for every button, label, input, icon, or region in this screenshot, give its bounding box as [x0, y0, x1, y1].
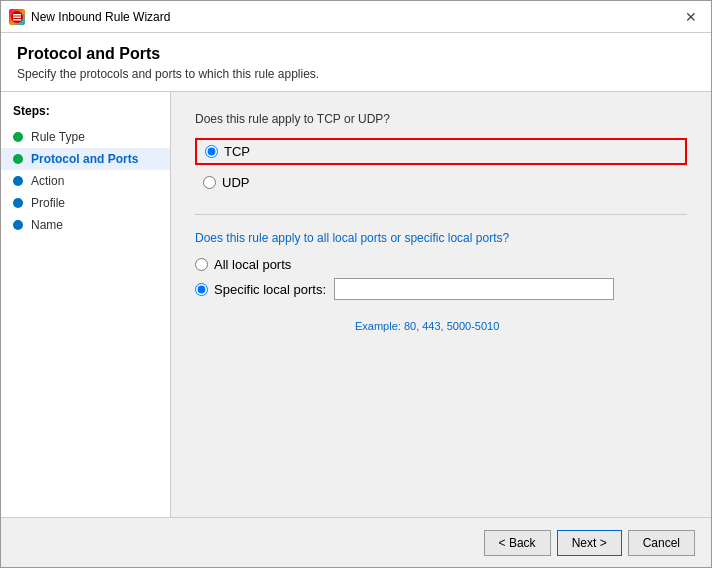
window-icon [9, 9, 25, 25]
sidebar-item-name[interactable]: Name [1, 214, 170, 236]
page-subtitle: Specify the protocols and ports to which… [17, 67, 695, 81]
sidebar-label-profile: Profile [31, 196, 65, 210]
main-panel: Does this rule apply to TCP or UDP? TCP … [171, 92, 711, 517]
next-button[interactable]: Next > [557, 530, 622, 556]
title-bar: New Inbound Rule Wizard ✕ [1, 1, 711, 33]
close-button[interactable]: ✕ [679, 5, 703, 29]
dot-profile [13, 198, 23, 208]
section-divider [195, 214, 687, 215]
specific-ports-option[interactable]: Specific local ports: [195, 282, 326, 297]
svg-rect-1 [13, 14, 21, 16]
page-title: Protocol and Ports [17, 45, 695, 63]
all-ports-label: All local ports [214, 257, 291, 272]
steps-label: Steps: [1, 104, 170, 126]
tcp-label: TCP [224, 144, 250, 159]
dot-action [13, 176, 23, 186]
udp-radio[interactable] [203, 176, 216, 189]
specific-ports-label: Specific local ports: [214, 282, 326, 297]
sidebar-item-protocol-and-ports[interactable]: Protocol and Ports [1, 148, 170, 170]
all-ports-radio[interactable] [195, 258, 208, 271]
footer: < Back Next > Cancel [1, 517, 711, 567]
svg-rect-3 [13, 19, 21, 21]
sidebar-item-action[interactable]: Action [1, 170, 170, 192]
specific-ports-input[interactable] [334, 278, 614, 300]
example-text: Example: 80, 443, 5000-5010 [355, 320, 687, 332]
svg-rect-2 [13, 16, 21, 18]
sidebar-label-action: Action [31, 174, 64, 188]
sidebar-item-profile[interactable]: Profile [1, 192, 170, 214]
dot-rule-type [13, 132, 23, 142]
wizard-window: New Inbound Rule Wizard ✕ Protocol and P… [0, 0, 712, 568]
specific-ports-radio[interactable] [195, 283, 208, 296]
ports-question: Does this rule apply to all local ports … [195, 231, 687, 245]
tcp-radio[interactable] [205, 145, 218, 158]
content-area: Steps: Rule Type Protocol and Ports Acti… [1, 92, 711, 517]
sidebar-item-rule-type[interactable]: Rule Type [1, 126, 170, 148]
tcp-option[interactable]: TCP [195, 138, 687, 165]
udp-option[interactable]: UDP [195, 171, 687, 194]
dot-protocol [13, 154, 23, 164]
sidebar-label-rule-type: Rule Type [31, 130, 85, 144]
cancel-button[interactable]: Cancel [628, 530, 695, 556]
back-button[interactable]: < Back [484, 530, 551, 556]
sidebar-label-name: Name [31, 218, 63, 232]
protocol-radio-group: TCP UDP [195, 138, 687, 194]
protocol-question: Does this rule apply to TCP or UDP? [195, 112, 687, 126]
specific-ports-row: Specific local ports: [195, 278, 687, 300]
header: Protocol and Ports Specify the protocols… [1, 33, 711, 92]
sidebar: Steps: Rule Type Protocol and Ports Acti… [1, 92, 171, 517]
udp-label: UDP [222, 175, 249, 190]
all-ports-option[interactable]: All local ports [195, 257, 687, 272]
sidebar-label-protocol: Protocol and Ports [31, 152, 138, 166]
ports-radio-group: All local ports Specific local ports: [195, 257, 687, 300]
window-title: New Inbound Rule Wizard [31, 10, 679, 24]
dot-name [13, 220, 23, 230]
